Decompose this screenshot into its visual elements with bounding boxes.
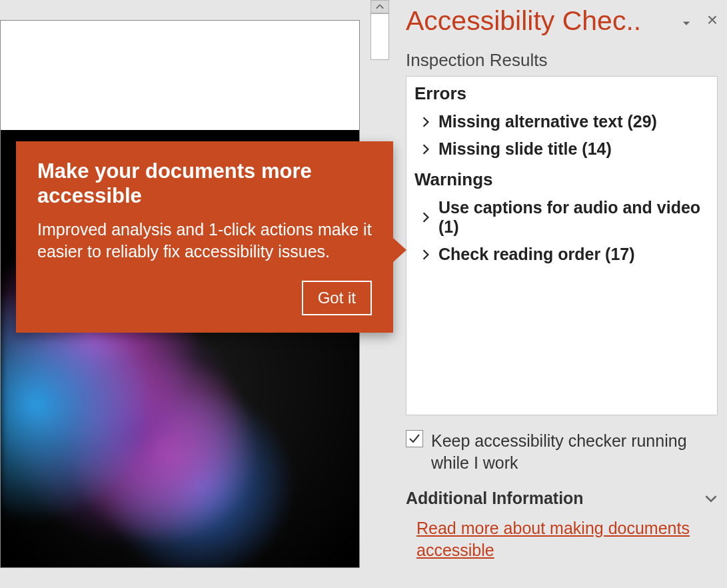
result-item-label: Check reading order (17) [438, 245, 635, 264]
panel-title: Accessibility Chec.. [406, 7, 676, 35]
checkmark-icon [408, 432, 421, 445]
warnings-group-header: Warnings [406, 163, 717, 194]
additional-information-header[interactable]: Additional Information [406, 489, 718, 508]
result-item-missing-alt-text[interactable]: Missing alternative text (29) [406, 108, 717, 135]
panel-options-dropdown[interactable] [682, 19, 691, 28]
errors-group-header: Errors [406, 77, 717, 108]
chevron-right-icon [420, 211, 432, 223]
chevron-right-icon [420, 116, 432, 128]
keep-running-row: Keep accessibility checker running while… [406, 430, 718, 474]
result-item-label: Missing slide title (14) [438, 139, 612, 159]
callout-actions: Got it [37, 281, 372, 315]
chevron-right-icon [420, 249, 432, 261]
result-item-use-captions[interactable]: Use captions for audio and video (1) [406, 194, 717, 241]
inspection-results-label: Inspection Results [406, 50, 718, 71]
keep-running-checkbox[interactable] [406, 430, 423, 447]
panel-header: Accessibility Chec.. × [406, 7, 718, 35]
scroll-thumb[interactable] [370, 13, 389, 60]
result-item-missing-slide-title[interactable]: Missing slide title (14) [406, 135, 717, 163]
accessibility-callout: Make your documents more accessible Impr… [16, 141, 393, 333]
accessibility-checker-panel: Accessibility Chec.. × Inspection Result… [396, 0, 727, 588]
result-item-label: Missing alternative text (29) [438, 112, 657, 131]
callout-title: Make your documents more accessible [37, 159, 372, 208]
inspection-results-box: Errors Missing alternative text (29) Mis… [406, 76, 718, 415]
scroll-up-button[interactable] [370, 0, 389, 13]
slide-top-bar [1, 130, 360, 138]
chevron-right-icon [420, 143, 432, 155]
close-panel-button[interactable]: × [707, 11, 718, 29]
results-empty-space [406, 268, 717, 415]
result-item-label: Use captions for audio and video (1) [438, 198, 709, 237]
got-it-button[interactable]: Got it [302, 281, 372, 315]
chevron-down-icon [704, 492, 718, 505]
read-more-link[interactable]: Read more about making documents accessi… [416, 517, 718, 561]
callout-body: Improved analysis and 1-click actions ma… [37, 219, 372, 262]
additional-information-title: Additional Information [406, 489, 584, 508]
chevron-up-icon [375, 2, 384, 11]
keep-running-label: Keep accessibility checker running while… [431, 430, 718, 474]
result-item-check-reading-order[interactable]: Check reading order (17) [406, 241, 717, 268]
vertical-scrollbar[interactable] [370, 0, 389, 67]
